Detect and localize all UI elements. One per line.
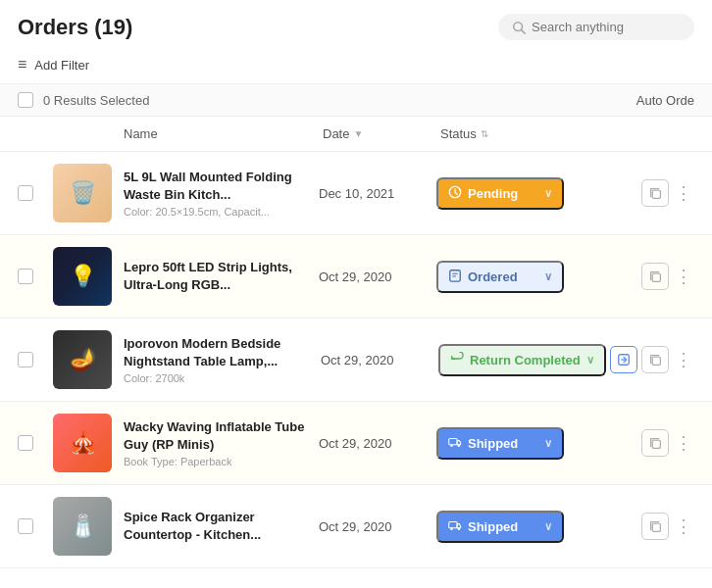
product-image: 🪔	[53, 330, 112, 389]
chevron-down-icon: ∨	[544, 520, 552, 533]
copy-icon[interactable]	[641, 263, 669, 290]
product-image-wrap: 🪔	[53, 330, 124, 389]
badge-left: Ordered	[448, 269, 518, 285]
product-image: 🗑️	[53, 164, 112, 222]
product-image-icon: 🪔	[53, 330, 112, 389]
badge-left: Shipped	[448, 518, 518, 535]
row-checkbox-wrap	[18, 185, 53, 201]
status-badge-button[interactable]: Shipped ∨	[436, 511, 564, 543]
more-options-icon[interactable]: ⋮	[673, 266, 694, 287]
svg-rect-3	[652, 190, 660, 198]
product-image-wrap: 🧂	[53, 497, 124, 556]
product-image-wrap: 🎪	[53, 414, 124, 472]
status-icon	[448, 269, 462, 285]
product-name: Wacky Waving Inflatable Tube Guy (RP Min…	[124, 418, 311, 454]
row-checkbox[interactable]	[18, 269, 33, 284]
svg-rect-10	[652, 357, 660, 365]
date-column-label: Date	[323, 126, 349, 141]
add-filter-button[interactable]: Add Filter	[34, 58, 89, 73]
table-row: 🗑️ 5L 9L Wall Mounted Folding Waste Bin …	[0, 152, 712, 235]
product-info: 5L 9L Wall Mounted Folding Waste Bin Kit…	[124, 169, 319, 218]
order-rows-container: 🗑️ 5L 9L Wall Mounted Folding Waste Bin …	[0, 152, 712, 568]
status-label: Return Completed	[470, 353, 581, 368]
row-checkbox[interactable]	[18, 185, 33, 201]
svg-rect-11	[449, 438, 457, 444]
page-title: Orders (19)	[18, 15, 132, 40]
svg-point-13	[458, 444, 461, 447]
col-status-header[interactable]: Status ⇅	[440, 126, 612, 141]
status-badge-wrap: Ordered ∨	[436, 261, 608, 293]
copy-icon[interactable]	[641, 429, 669, 457]
status-badge-wrap: Pending ∨	[436, 177, 608, 210]
more-options-icon[interactable]: ⋮	[673, 432, 694, 454]
status-badge-button[interactable]: Pending ∨	[436, 177, 564, 210]
badge-left: Pending	[448, 185, 518, 202]
product-image-wrap: 🗑️	[53, 164, 124, 222]
status-badge-button[interactable]: Shipped ∨	[436, 427, 564, 460]
row-checkbox[interactable]	[18, 435, 33, 451]
product-info: Wacky Waving Inflatable Tube Guy (RP Min…	[124, 418, 319, 467]
status-label: Ordered	[468, 270, 518, 284]
product-info: Iporovon Modern Bedside Nightstand Table…	[124, 335, 321, 384]
product-sub: Color: 2700k	[124, 372, 313, 384]
product-image: 🧂	[53, 497, 112, 556]
product-name: Lepro 50ft LED Strip Lights, Ultra-Long …	[124, 259, 311, 294]
svg-point-12	[450, 444, 453, 447]
product-image-icon: 💡	[53, 247, 112, 306]
svg-rect-14	[652, 440, 660, 448]
order-date: Oct 29, 2020	[321, 353, 438, 368]
selection-left: 0 Results Selected	[18, 92, 149, 108]
row-checkbox[interactable]	[18, 518, 33, 534]
name-column-label: Name	[124, 126, 158, 141]
row-checkbox-wrap	[18, 269, 53, 284]
results-selected-text: 0 Results Selected	[43, 93, 149, 108]
table-header: Name Date ▼ Status ⇅	[0, 117, 712, 152]
more-options-icon[interactable]: ⋮	[673, 182, 694, 204]
copy-icon[interactable]	[641, 179, 669, 207]
table-row: 🪔 Iporovon Modern Bedside Nightstand Tab…	[0, 318, 712, 402]
order-date: Oct 29, 2020	[319, 270, 436, 284]
col-date-header[interactable]: Date ▼	[323, 126, 440, 141]
selection-bar: 0 Results Selected Auto Orde	[0, 83, 712, 117]
status-icon	[448, 518, 462, 535]
svg-point-17	[458, 527, 461, 530]
row-checkbox-wrap	[18, 435, 53, 451]
svg-line-1	[522, 29, 526, 33]
chevron-down-icon: ∨	[544, 437, 552, 450]
status-icon	[448, 185, 462, 202]
status-label: Pending	[468, 186, 518, 201]
copy-icon[interactable]	[641, 513, 669, 540]
row-checkbox[interactable]	[18, 352, 33, 368]
product-name: Spice Rack Organizer Countertop - Kitche…	[124, 509, 311, 544]
more-options-icon[interactable]: ⋮	[673, 349, 694, 370]
badge-left: Return Completed	[450, 352, 581, 368]
chevron-down-icon: ∨	[544, 270, 552, 283]
search-box[interactable]	[498, 14, 694, 40]
copy-icon[interactable]	[641, 346, 669, 373]
product-image-icon: 🎪	[53, 414, 112, 472]
product-sub: Book Type: Paperback	[124, 456, 311, 467]
select-all-checkbox[interactable]	[18, 92, 33, 108]
svg-rect-7	[652, 273, 660, 281]
status-badge-wrap: Return Completed ∨	[438, 344, 610, 376]
product-image: 💡	[53, 247, 112, 306]
row-checkbox-wrap	[18, 352, 53, 368]
search-input[interactable]	[532, 20, 681, 34]
order-date: Oct 29, 2020	[319, 519, 436, 534]
col-name-header: Name	[124, 126, 323, 141]
svg-rect-18	[652, 523, 660, 531]
product-image-icon: 🗑️	[53, 164, 112, 222]
status-label: Shipped	[468, 436, 518, 451]
status-column-label: Status	[440, 126, 477, 141]
product-sub: Color: 20.5×19.5cm, Capacit...	[124, 206, 311, 218]
status-badge-button[interactable]: Ordered ∨	[436, 261, 564, 293]
auto-order-text: Auto Orde	[636, 93, 694, 108]
product-info: Lepro 50ft LED Strip Lights, Ultra-Long …	[124, 259, 319, 294]
filter-icon: ≡	[18, 56, 26, 74]
table-row: 🧂 Spice Rack Organizer Countertop - Kitc…	[0, 485, 712, 568]
product-info: Spice Rack Organizer Countertop - Kitche…	[124, 509, 319, 544]
more-options-icon[interactable]: ⋮	[673, 515, 694, 537]
return-icon[interactable]	[610, 346, 637, 373]
status-badge-button[interactable]: Return Completed ∨	[438, 344, 606, 376]
product-name: 5L 9L Wall Mounted Folding Waste Bin Kit…	[124, 169, 311, 204]
